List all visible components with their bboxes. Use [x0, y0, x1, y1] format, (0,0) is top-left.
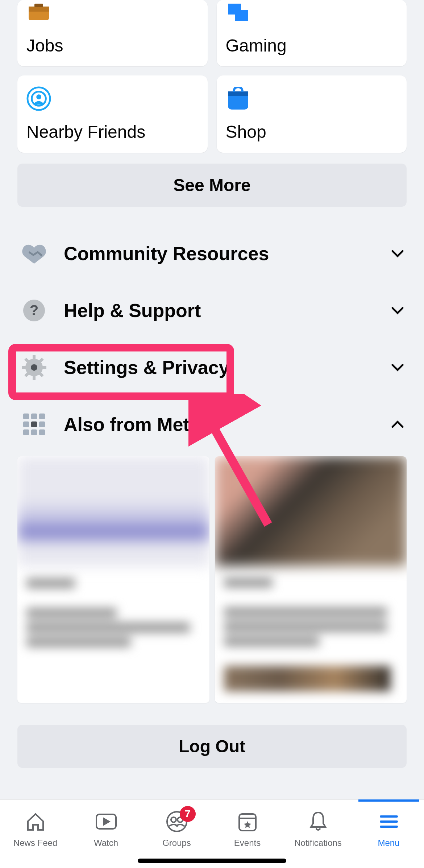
groups-badge: 7: [180, 806, 196, 822]
chevron-down-icon: [390, 246, 405, 261]
menu-row-help-support[interactable]: ? Help & Support: [0, 282, 424, 339]
events-icon: [236, 810, 259, 834]
svg-point-32: [171, 817, 176, 822]
nav-label: Events: [234, 838, 261, 848]
svg-rect-25: [23, 429, 29, 435]
card-label: Jobs: [26, 36, 199, 55]
nav-groups[interactable]: 7 Groups: [141, 810, 212, 848]
chevron-down-icon: [390, 303, 405, 318]
card-label: Gaming: [226, 36, 398, 55]
svg-point-19: [31, 364, 37, 371]
nav-label: Notifications: [294, 838, 342, 848]
svg-rect-14: [41, 366, 46, 369]
bottom-nav: News Feed Watch 7 Groups Events Notifica…: [0, 799, 424, 868]
nav-label: Groups: [162, 838, 191, 848]
svg-rect-22: [39, 414, 45, 419]
chevron-down-icon: [390, 360, 405, 375]
shortcut-card-jobs[interactable]: Jobs: [17, 0, 208, 66]
svg-rect-7: [228, 91, 248, 96]
help-icon: ?: [19, 295, 49, 326]
nav-menu[interactable]: Menu: [353, 810, 424, 848]
svg-rect-20: [23, 414, 29, 419]
svg-text:?: ?: [30, 302, 38, 318]
meta-card-image: [215, 456, 407, 566]
svg-rect-23: [23, 421, 29, 427]
svg-rect-21: [31, 414, 37, 419]
community-icon: [19, 238, 49, 269]
meta-grid-icon: [19, 409, 49, 440]
settings-icon: [19, 352, 49, 383]
home-indicator: [138, 859, 286, 863]
shortcut-card-grid: Jobs Gaming Nearby Friends Shop: [0, 0, 424, 153]
card-label: Shop: [226, 122, 398, 142]
svg-rect-24: [39, 421, 45, 427]
nav-label: Menu: [378, 838, 399, 848]
nav-label: News Feed: [13, 838, 57, 848]
menu-label: Settings & Privacy: [64, 357, 390, 378]
meta-card-image: [17, 456, 209, 567]
notifications-icon: [306, 810, 330, 834]
nav-notifications[interactable]: Notifications: [283, 810, 353, 848]
menu-row-community-resources[interactable]: Community Resources: [0, 225, 424, 282]
svg-rect-26: [31, 429, 37, 435]
nav-news-feed[interactable]: News Feed: [0, 810, 71, 848]
menu-row-settings-privacy[interactable]: Settings & Privacy: [0, 339, 424, 396]
see-more-button[interactable]: See More: [17, 164, 407, 207]
meta-card-body: [215, 566, 407, 703]
chevron-up-icon: [390, 417, 405, 432]
svg-point-5: [36, 94, 41, 99]
svg-rect-12: [33, 375, 36, 380]
svg-rect-28: [31, 421, 37, 427]
logout-button[interactable]: Log Out: [17, 725, 407, 768]
svg-rect-11: [33, 355, 36, 360]
svg-rect-27: [39, 429, 45, 435]
meta-card[interactable]: [215, 456, 407, 703]
shop-icon: [226, 86, 250, 111]
meta-cards-row: [0, 453, 424, 725]
menu-icon: [377, 810, 401, 834]
svg-rect-13: [22, 366, 27, 369]
meta-card[interactable]: [17, 456, 209, 703]
shortcut-card-shop[interactable]: Shop: [217, 75, 407, 153]
nav-label: Watch: [94, 838, 118, 848]
card-label: Nearby Friends: [26, 122, 199, 142]
nav-events[interactable]: Events: [212, 810, 283, 848]
jobs-icon: [26, 0, 51, 25]
watch-icon: [94, 810, 118, 834]
nearby-friends-icon: [26, 86, 51, 111]
meta-card-body: [17, 567, 209, 703]
menu-row-also-from-meta[interactable]: Also from Meta: [0, 396, 424, 453]
nav-watch[interactable]: Watch: [71, 810, 141, 848]
menu-label: Also from Meta: [64, 414, 390, 435]
menu-label: Help & Support: [64, 300, 390, 321]
gaming-icon: [226, 0, 250, 25]
shortcut-card-nearby-friends[interactable]: Nearby Friends: [17, 75, 208, 153]
menu-label: Community Resources: [64, 243, 390, 264]
shortcut-card-gaming[interactable]: Gaming: [217, 0, 407, 66]
svg-rect-2: [34, 4, 43, 7]
svg-rect-1: [29, 7, 49, 12]
home-icon: [24, 810, 47, 834]
